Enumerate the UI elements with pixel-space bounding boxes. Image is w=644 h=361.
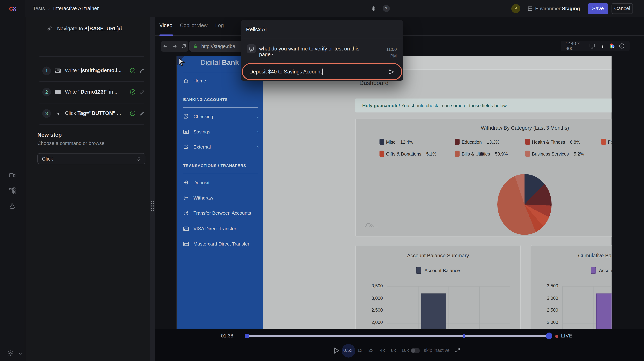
send-icon[interactable] [388,68,395,75]
y-tick: 2,500 [533,308,558,312]
chat-message-icon [247,44,256,53]
left-rail [0,17,25,361]
legend-item: Bills & Utilities50.9% [455,151,526,157]
legend-item: Misc12.4% [380,139,455,145]
app-logo[interactable]: cx [0,0,25,17]
progress-marker[interactable] [463,334,465,338]
credit-card-icon [183,226,189,231]
text-caret [322,69,322,75]
cumulative-balance-plot [562,286,612,329]
url-text: http://stage.dba [201,43,235,49]
bank-nav-external[interactable]: External› [183,142,259,152]
keyboard-icon [54,68,61,73]
breadcrumb-tests-link[interactable]: Tests [33,6,45,11]
speed-1x[interactable]: 1x [358,348,362,352]
progress-start-thumb[interactable] [245,334,249,338]
bank-content: ? Dashboard Holy guacamole! You should c… [263,56,612,329]
y-tick: 3,000 [533,296,558,300]
step-number: 1 [42,66,51,75]
recorded-mouse-cursor [178,57,186,66]
command-select[interactable]: Click [38,153,145,164]
step-label: Click Tag="BUTTON" ... [65,110,122,116]
logo-letter-c: c [9,4,12,13]
step-row-3[interactable]: 3 Click Tag="BUTTON" ... [26,107,150,120]
logo-letter-x: x [12,4,16,13]
bank-nav-transfer[interactable]: Transfer Between Accounts [183,208,259,218]
bank-nav-mastercard-transfer[interactable]: Mastercard Direct Transfer [183,239,259,249]
reload-button[interactable] [181,43,186,49]
bank-nav-deposit[interactable]: Deposit [183,178,259,188]
edit-step-icon[interactable] [139,89,145,95]
sign-out-icon [183,195,189,200]
lock-open-icon [192,43,198,49]
skip-inactive-toggle[interactable] [411,348,420,353]
user-avatar[interactable]: B [512,4,520,13]
bank-nav-visa-transfer[interactable]: VISA Direct Transfer [183,224,259,234]
breadcrumb-current: Interactive AI trainer [53,6,99,11]
flask-icon[interactable] [8,201,17,210]
video-replay-viewport[interactable]: Digital Bank Home BANKING ACCOUNTS Check… [177,56,612,329]
step-success-icon[interactable] [130,89,136,95]
panel-resize-handle[interactable] [150,17,155,361]
progress-track[interactable] [246,335,550,337]
edit-step-icon[interactable] [139,111,145,116]
cancel-button[interactable]: Cancel [612,3,633,14]
top-bar: cx Tests › Interactive AI trainer ? B En… [0,0,644,17]
bar-chart-legend: Account Balance [356,267,520,274]
help-icon[interactable]: ? [382,4,390,13]
environment-label: Environment [535,6,563,11]
bar-value-3210 [421,294,446,329]
shuffle-icon [183,210,189,216]
step-row-1[interactable]: 1 Write "jsmith@demo.i... [26,64,150,77]
bar-chart-title: Cumulative Balance Summary [531,253,612,259]
legend-item: Business Services5.2% [525,151,584,157]
forward-button[interactable] [172,43,178,49]
legend-item: Education13.3% [455,139,526,145]
bank-nav-savings[interactable]: Savings› [183,127,259,136]
ai-instruction-input[interactable]: Deposit $40 to Savings Account [242,63,402,80]
sitemap-icon[interactable] [8,186,17,195]
speed-0.5x[interactable]: 0.5x [344,348,352,352]
step-success-icon[interactable] [130,68,136,73]
tab-video[interactable]: Video [160,23,172,28]
video-camera-icon[interactable] [8,171,17,180]
breadcrumb-separator: › [48,6,50,11]
speed-16x[interactable]: 16x [401,348,409,352]
info-icon[interactable] [619,43,625,49]
save-button[interactable]: Save [588,3,608,14]
speed-2x[interactable]: 2x [368,348,374,352]
legend-item: Gifts & Donations5.1% [380,151,455,157]
gear-icon[interactable] [6,349,15,358]
progress-knob[interactable] [546,333,552,339]
step-row-2[interactable]: 2 Write "Demo123!" in ... [26,86,150,98]
sparkline-icon [364,222,378,228]
bar-chart-legend: Account Balance [531,267,612,274]
chevron-down-icon[interactable] [16,349,24,358]
debug-bug-icon[interactable] [369,4,378,13]
cursor-click-icon [54,110,61,116]
bar-chart-title: Account Balance Summary [356,253,520,259]
navigate-step[interactable]: Navigate to ${BASE_URL}/ban... [26,23,150,35]
external-link-icon [183,144,189,149]
step-success-icon[interactable] [130,110,136,116]
money-bill-icon [183,129,189,134]
home-icon [183,78,189,83]
live-dot [555,335,558,338]
fullscreen-icon[interactable] [454,347,460,353]
live-label[interactable]: LIVE [561,333,572,339]
tab-log[interactable]: Log [215,23,224,28]
interactive-ai-trainer-app: cx Tests › Interactive AI trainer ? B En… [0,0,644,361]
linux-icon [600,43,604,48]
tab-copilot-view[interactable]: Copilot view [180,23,208,28]
edit-step-icon[interactable] [139,68,145,73]
back-button[interactable] [163,43,168,49]
bank-nav-checking[interactable]: Checking› [183,111,259,121]
speed-4x[interactable]: 4x [380,348,385,352]
bank-nav-withdraw[interactable]: Withdraw [183,193,259,203]
play-button[interactable] [334,347,339,354]
environment-value[interactable]: Staging [562,6,580,11]
command-select-value: Click [42,156,53,161]
speed-8x[interactable]: 8x [391,348,396,352]
step-label: Write "jsmith@demo.i... [65,68,122,73]
y-tick: 3,000 [358,296,383,300]
